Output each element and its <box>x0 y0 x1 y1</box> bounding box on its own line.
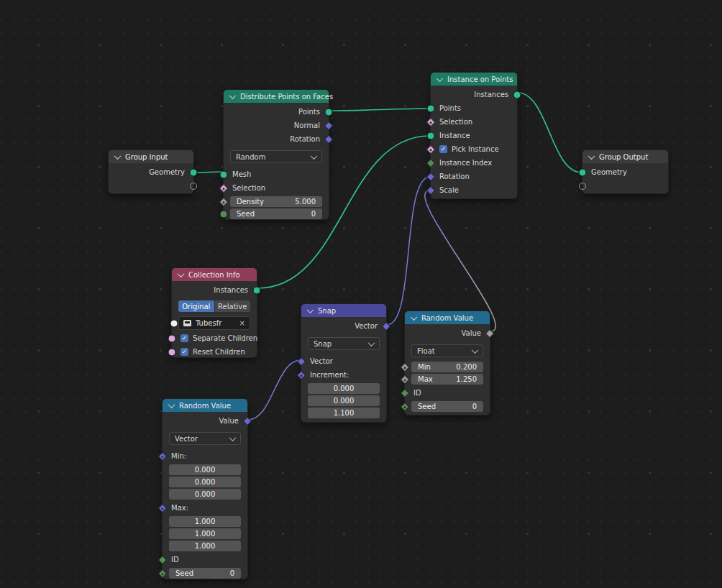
node-editor-canvas[interactable]: Group Input Geometry Distribute Points o… <box>0 0 722 588</box>
socket-pick-instance-input[interactable] <box>426 144 436 154</box>
socket-seed-input[interactable] <box>158 569 168 578</box>
max-slider[interactable]: Max 1.250 <box>411 374 483 385</box>
node-header[interactable]: Snap <box>301 304 386 317</box>
collapse-chevron-icon[interactable] <box>229 92 237 99</box>
socket-seed-input[interactable] <box>220 210 228 218</box>
collapse-chevron-icon[interactable] <box>114 152 122 160</box>
socket-max-input[interactable] <box>158 503 168 513</box>
socket-instance-index-input[interactable] <box>426 158 436 167</box>
node-header[interactable]: Group Input <box>109 150 193 163</box>
socket-label: Selection <box>232 184 265 192</box>
socket-min-input[interactable] <box>158 451 168 461</box>
node-header[interactable]: Group Output <box>582 150 668 163</box>
relative-button[interactable]: Relative <box>214 300 251 312</box>
socket-collection-input[interactable] <box>170 319 178 327</box>
socket-id-input[interactable] <box>401 388 410 398</box>
socket-selection-input[interactable] <box>426 117 436 127</box>
socket-id-input[interactable] <box>158 555 168 564</box>
field-value: 1.250 <box>456 375 477 383</box>
node-group-output[interactable]: Group Output Geometry <box>582 150 669 194</box>
socket-geometry-input[interactable] <box>579 168 587 176</box>
socket-instance-input[interactable] <box>427 132 435 139</box>
socket-instances-output[interactable] <box>513 91 521 98</box>
socket-max-input[interactable] <box>401 375 410 384</box>
socket-label: Value <box>462 329 481 337</box>
socket-rotation-output[interactable] <box>324 134 334 144</box>
node-random-value-float[interactable]: Random Value Value Float Min 0.200 <box>404 311 490 415</box>
socket-separate-children-input[interactable] <box>168 334 176 342</box>
node-collection-info[interactable]: Collection Info Instances Original Relat… <box>171 267 257 358</box>
collapse-chevron-icon[interactable] <box>307 306 314 313</box>
socket-value-output[interactable] <box>485 329 495 338</box>
socket-geometry-output[interactable] <box>190 168 198 176</box>
node-header[interactable]: Collection Info <box>172 268 257 281</box>
transform-space-toggle[interactable]: Original Relative <box>178 300 250 312</box>
socket-mesh-input[interactable] <box>220 170 228 178</box>
node-title: Random Value <box>421 314 473 322</box>
min-z-field[interactable]: 0.000 <box>169 489 241 500</box>
socket-points-input[interactable] <box>427 104 435 112</box>
original-button[interactable]: Original <box>178 300 214 312</box>
socket-virtual-input[interactable] <box>579 183 586 190</box>
socket-points-output[interactable] <box>325 108 333 116</box>
min-x-field[interactable]: 0.000 <box>169 464 241 475</box>
increment-x-field[interactable]: 0.000 <box>308 383 380 394</box>
node-group-input[interactable]: Group Input Geometry <box>108 150 194 194</box>
socket-reset-children-input[interactable] <box>168 348 176 356</box>
node-snap[interactable]: Snap Vector Snap Vector Increment: 0.0 <box>301 303 387 423</box>
socket-selection-input[interactable] <box>219 183 229 193</box>
socket-label: Points <box>439 104 461 112</box>
socket-rotation-input[interactable] <box>426 172 436 181</box>
min-y-field[interactable]: 0.000 <box>169 477 241 487</box>
separate-children-checkbox[interactable]: ✓ <box>180 334 188 342</box>
min-slider[interactable]: Min 0.200 <box>411 362 483 372</box>
socket-label: Scale <box>439 186 459 194</box>
operation-dropdown[interactable]: Snap <box>308 337 380 350</box>
node-random-value-vector[interactable]: Random Value Value Vector Min: 0.000 0.0… <box>162 398 248 579</box>
socket-label: Rotation <box>290 135 320 143</box>
collapse-chevron-icon[interactable] <box>178 270 185 277</box>
seed-slider[interactable]: Seed 0 <box>169 568 241 579</box>
data-type-dropdown[interactable]: Float <box>411 344 483 357</box>
seed-slider[interactable]: Seed 0 <box>411 401 483 412</box>
collapse-chevron-icon[interactable] <box>437 75 444 82</box>
collection-selector[interactable]: Tubesfr × <box>178 316 250 330</box>
field-value: 0 <box>472 403 477 410</box>
increment-z-field[interactable]: 1.100 <box>308 408 380 418</box>
socket-virtual-output[interactable] <box>190 183 197 190</box>
node-header[interactable]: Distribute Points on Faces <box>224 90 329 103</box>
socket-normal-output[interactable] <box>324 121 334 130</box>
field-value: 0.000 <box>334 397 355 405</box>
node-distribute-points-on-faces[interactable]: Distribute Points on Faces Points Normal… <box>223 89 329 220</box>
node-instance-on-points[interactable]: Instance on Points Instances Points Sele… <box>430 72 518 199</box>
socket-instances-output[interactable] <box>253 286 261 294</box>
density-slider[interactable]: Density 5.000 <box>230 196 322 207</box>
data-type-dropdown[interactable]: Vector <box>169 432 241 445</box>
pick-instance-checkbox[interactable]: ✓ <box>439 145 447 153</box>
socket-min-input[interactable] <box>401 362 410 372</box>
socket-increment-input[interactable] <box>297 370 306 380</box>
node-header[interactable]: Instance on Points <box>431 73 517 86</box>
node-header[interactable]: Random Value <box>405 311 490 324</box>
socket-scale-input[interactable] <box>426 185 436 195</box>
collapse-chevron-icon[interactable] <box>588 152 595 160</box>
collapse-chevron-icon[interactable] <box>411 313 418 321</box>
socket-value-output[interactable] <box>243 416 252 426</box>
max-x-field[interactable]: 1.000 <box>169 516 241 527</box>
field-label: Density <box>237 198 264 206</box>
field-value: 1.100 <box>334 409 355 417</box>
reset-children-checkbox[interactable]: ✓ <box>180 348 188 356</box>
seed-slider[interactable]: Seed 0 <box>230 208 322 219</box>
socket-vector-output[interactable] <box>382 321 391 331</box>
collapse-chevron-icon[interactable] <box>168 401 175 408</box>
node-header[interactable]: Random Value <box>163 399 247 412</box>
increment-y-field[interactable]: 0.000 <box>308 395 380 406</box>
link-points-points <box>329 109 430 111</box>
socket-vector-input[interactable] <box>297 357 306 366</box>
socket-seed-input[interactable] <box>401 402 410 411</box>
max-z-field[interactable]: 1.000 <box>169 541 241 551</box>
max-y-field[interactable]: 1.000 <box>169 528 241 539</box>
distribution-dropdown[interactable]: Random <box>230 150 322 163</box>
socket-density-input[interactable] <box>219 197 229 206</box>
clear-collection-icon[interactable]: × <box>239 319 245 327</box>
